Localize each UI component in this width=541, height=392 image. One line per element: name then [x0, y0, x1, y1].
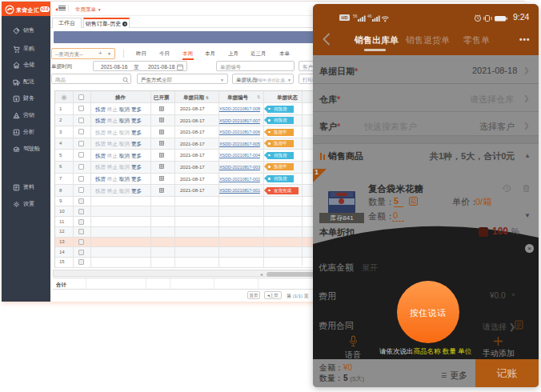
svg-text:46: 46 [367, 14, 372, 18]
svg-text:56: 56 [353, 14, 358, 18]
